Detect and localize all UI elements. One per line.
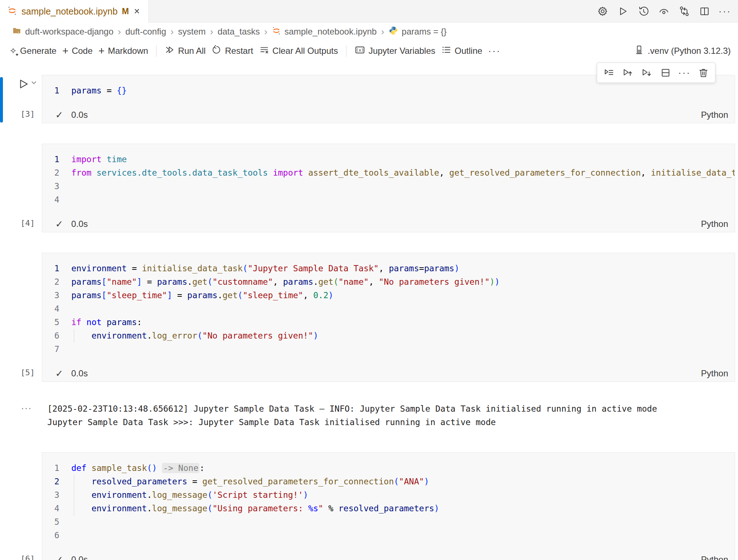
restart-icon <box>211 45 222 57</box>
plus-icon: + <box>99 46 105 56</box>
notebook-editor: [3]1params = {}✓0.0sPython[4]1import tim… <box>0 61 738 560</box>
line-number: 1 <box>42 153 71 166</box>
code-token: import <box>273 168 303 177</box>
breadcrumb-label: duft-config <box>125 27 166 37</box>
chevron-right-icon: › <box>381 26 384 37</box>
cell-status-bar: ✓0.0sPython <box>42 365 735 381</box>
code-token: "Using parameters: <box>213 504 308 513</box>
code-token <box>102 317 107 327</box>
output-collapse-icon[interactable]: ··· <box>21 403 32 413</box>
breadcrumb-item-sample-notebook-ipynb[interactable]: sample_notebook.ipynb <box>272 26 377 37</box>
execute-cells-icon[interactable] <box>603 67 615 79</box>
code-token: -> None <box>162 463 199 473</box>
add-code-cell-button[interactable]: + Code <box>59 44 95 58</box>
chevron-right-icon: › <box>210 26 213 37</box>
code-editor[interactable]: 1import time2from services.dte_tools.dat… <box>42 144 735 216</box>
code-line: 6 environment.log_error("No parameters g… <box>42 329 735 343</box>
line-number: 1 <box>42 84 71 97</box>
code-token: params <box>107 317 137 327</box>
compare-changes-icon[interactable] <box>678 5 690 17</box>
cell-language-picker[interactable]: Python <box>701 219 728 229</box>
code-token: params <box>157 277 187 287</box>
cell-more-actions-icon[interactable]: ··· <box>679 67 690 79</box>
code-token: ) <box>313 331 318 340</box>
code-token: ( <box>238 291 243 300</box>
code-token: , <box>303 291 313 300</box>
code-token: , <box>369 277 379 287</box>
code-token: "ANA" <box>399 477 424 486</box>
clear-all-outputs-icon <box>259 45 269 57</box>
cell-language-picker[interactable]: Python <box>701 368 728 379</box>
line-number: 4 <box>42 502 71 515</box>
execution-count: [5] <box>18 368 37 377</box>
code-editor[interactable]: 1environment = initialise_data_task("Jup… <box>42 253 735 365</box>
code-token: params <box>283 277 313 287</box>
generate-button[interactable]: ✧✦ Generate <box>7 44 59 57</box>
code-token: . <box>187 277 193 287</box>
clear-all-outputs-button[interactable]: Clear All Outputs <box>256 43 341 59</box>
code-token: () <box>147 463 157 473</box>
code-token: [ <box>102 277 107 287</box>
code-token: "name" <box>107 277 137 287</box>
code-token: get <box>222 291 238 300</box>
modified-badge: M <box>122 7 129 16</box>
run-cell-button[interactable] <box>17 78 37 90</box>
more-actions-icon[interactable]: ··· <box>719 5 731 17</box>
run-icon[interactable] <box>617 5 629 17</box>
jupyter-variables-button[interactable]: (x) Jupyter Variables <box>352 43 439 59</box>
settings-gear-icon[interactable] <box>597 5 608 17</box>
code-line: 6 <box>42 529 735 542</box>
open-preview-icon[interactable] <box>658 5 670 17</box>
line-number: 7 <box>42 343 71 356</box>
line-number: 4 <box>42 193 71 207</box>
chevron-right-icon: › <box>264 26 267 37</box>
breadcrumb-item-duft-workspace-django[interactable]: duft-workspace-django <box>12 26 114 37</box>
execution-count: [6] <box>18 554 37 560</box>
add-markdown-cell-button[interactable]: + Markdown <box>96 44 151 58</box>
tab-title: sample_notebook.ipynb <box>21 6 118 17</box>
timeline-history-icon[interactable] <box>638 5 649 17</box>
execution-count: [3] <box>18 109 37 119</box>
code-line: 1import time <box>42 153 735 166</box>
delete-cell-icon[interactable] <box>698 67 709 79</box>
line-number: 3 <box>42 488 71 502</box>
close-icon[interactable]: × <box>133 7 140 16</box>
breadcrumb-item-system[interactable]: system <box>178 27 206 37</box>
tab-sample-notebook[interactable]: sample_notebook.ipynb M × <box>0 0 149 23</box>
line-number: 2 <box>42 475 71 488</box>
code-token <box>71 195 76 204</box>
code-token: , <box>641 168 651 177</box>
code-token <box>87 463 92 473</box>
restart-button[interactable]: Restart <box>209 43 256 59</box>
breadcrumb-item-duft-config[interactable]: duft-config <box>125 27 166 37</box>
line-content <box>71 343 735 356</box>
code-token: = <box>419 264 424 273</box>
breadcrumb-item-data-tasks[interactable]: data_tasks <box>218 27 260 37</box>
cell-language-picker[interactable]: Python <box>701 555 728 560</box>
cell-language-picker[interactable]: Python <box>701 110 728 120</box>
code-token: , <box>273 277 283 287</box>
run-all-button[interactable]: Run All <box>162 43 209 59</box>
split-cell-icon[interactable] <box>660 67 671 79</box>
execute-below-icon[interactable] <box>641 67 652 79</box>
line-content: environment = initialise_data_task("Jupy… <box>71 262 735 275</box>
cell-status-bar: ✓0.0sPython <box>42 216 735 232</box>
indent-guide <box>74 329 74 343</box>
split-editor-icon[interactable] <box>699 5 710 17</box>
code-token: params <box>424 264 454 273</box>
line-content: environment.log_message("Using parameter… <box>71 502 735 515</box>
execute-above-icon[interactable] <box>622 67 634 79</box>
line-content: params["sleep_time"] = params.get("sleep… <box>71 289 735 302</box>
code-token: assert_dte_tools_available <box>308 168 439 177</box>
breadcrumb-item-params-[interactable]: params = {} <box>389 26 447 37</box>
code-token <box>82 317 87 327</box>
line-number: 6 <box>42 329 71 343</box>
kernel-picker[interactable]: .venv (Python 3.12.3) <box>634 45 731 57</box>
code-token: 'Script starting!' <box>213 490 303 500</box>
chevron-right-icon: › <box>171 26 174 37</box>
code-editor[interactable]: 1def sample_task() -> None:2 resolved_pa… <box>42 453 735 552</box>
outline-button[interactable]: Outline <box>438 43 485 59</box>
code-token: , <box>379 264 389 273</box>
code-token: "name" <box>338 277 369 287</box>
toolbar-more-icon[interactable]: ··· <box>485 45 504 57</box>
